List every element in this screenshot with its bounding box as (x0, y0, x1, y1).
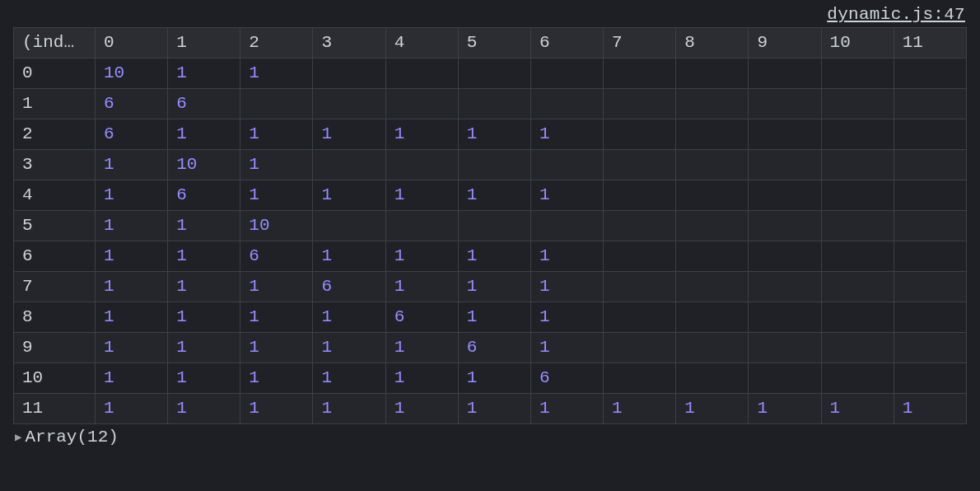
table-cell (604, 119, 676, 150)
object-summary-row[interactable]: ▶ Array(12) (0, 424, 980, 450)
table-cell: 1 (458, 272, 530, 302)
table-cell (385, 150, 458, 180)
table-cell (821, 58, 894, 89)
index-column-header[interactable]: (ind… (14, 28, 96, 58)
table-cell: 1 (240, 302, 313, 333)
table-cell (676, 333, 749, 363)
table-cell (894, 363, 966, 394)
table-cell: 6 (96, 89, 168, 119)
console-table: (ind…01234567891011 01011166261111113110… (13, 27, 967, 424)
table-cell (749, 333, 821, 363)
column-header[interactable]: 8 (676, 28, 749, 58)
row-index-cell: 1 (14, 89, 96, 119)
table-cell (894, 333, 966, 363)
column-header[interactable]: 11 (894, 28, 966, 58)
column-header[interactable]: 4 (385, 28, 458, 58)
table-cell (894, 89, 966, 119)
table-cell (821, 272, 894, 302)
table-row: 71116111 (14, 272, 967, 302)
table-cell (749, 89, 821, 119)
table-cell: 1 (313, 363, 385, 394)
disclosure-triangle-icon: ▶ (15, 432, 21, 443)
table-cell (604, 58, 676, 89)
table-cell (604, 302, 676, 333)
table-cell (749, 150, 821, 180)
table-cell: 1 (385, 119, 458, 150)
column-header[interactable]: 10 (821, 28, 894, 58)
column-header[interactable]: 9 (749, 28, 821, 58)
table-cell: 1 (530, 180, 603, 211)
table-cell: 1 (458, 302, 530, 333)
table-cell (676, 58, 749, 89)
table-cell: 1 (168, 119, 240, 150)
table-cell (749, 302, 821, 333)
table-cell: 1 (240, 119, 313, 150)
column-header[interactable]: 0 (96, 28, 168, 58)
table-row: 11111111111111 (14, 394, 967, 424)
table-header: (ind…01234567891011 (14, 28, 967, 58)
table-cell (894, 302, 966, 333)
table-cell: 1 (458, 363, 530, 394)
row-index-cell: 11 (14, 394, 96, 424)
table-cell (385, 58, 458, 89)
table-cell: 1 (168, 363, 240, 394)
table-cell: 1 (96, 211, 168, 241)
row-index-cell: 6 (14, 241, 96, 272)
table-cell: 1 (240, 272, 313, 302)
table-cell: 1 (240, 333, 313, 363)
column-header[interactable]: 1 (168, 28, 240, 58)
table-cell (240, 89, 313, 119)
table-cell: 1 (385, 333, 458, 363)
column-header[interactable]: 5 (458, 28, 530, 58)
row-index-cell: 4 (14, 180, 96, 211)
table-cell: 1 (96, 180, 168, 211)
table-cell: 1 (168, 211, 240, 241)
table-cell (458, 211, 530, 241)
table-cell (676, 272, 749, 302)
table-cell: 1 (530, 241, 603, 272)
table-cell (676, 363, 749, 394)
table-row: 26111111 (14, 119, 967, 150)
table-body: 0101116626111111311014161111151110611611… (14, 58, 967, 424)
table-cell (749, 211, 821, 241)
table-cell (821, 333, 894, 363)
table-cell (604, 211, 676, 241)
column-header[interactable]: 6 (530, 28, 603, 58)
table-cell (604, 89, 676, 119)
row-index-cell: 10 (14, 363, 96, 394)
table-cell: 1 (458, 394, 530, 424)
table-cell: 1 (313, 333, 385, 363)
table-cell (676, 119, 749, 150)
table-cell: 1 (821, 394, 894, 424)
table-cell: 1 (894, 394, 966, 424)
table-cell: 1 (385, 363, 458, 394)
table-cell (313, 150, 385, 180)
table-cell (385, 211, 458, 241)
source-link[interactable]: dynamic.js:47 (827, 5, 965, 24)
table-cell (821, 150, 894, 180)
table-cell: 6 (458, 333, 530, 363)
table-cell (894, 211, 966, 241)
table-cell: 1 (313, 241, 385, 272)
table-cell: 6 (96, 119, 168, 150)
table-cell (749, 272, 821, 302)
table-cell: 1 (313, 394, 385, 424)
table-cell (749, 119, 821, 150)
table-cell (604, 180, 676, 211)
table-cell (530, 211, 603, 241)
table-cell (749, 58, 821, 89)
table-cell: 1 (240, 363, 313, 394)
table-row: 31101 (14, 150, 967, 180)
row-index-cell: 7 (14, 272, 96, 302)
column-header[interactable]: 7 (604, 28, 676, 58)
row-index-cell: 2 (14, 119, 96, 150)
row-index-cell: 3 (14, 150, 96, 180)
table-cell: 6 (313, 272, 385, 302)
table-cell: 1 (530, 333, 603, 363)
column-header[interactable]: 2 (240, 28, 313, 58)
table-cell: 6 (168, 89, 240, 119)
table-cell: 6 (240, 241, 313, 272)
row-index-cell: 5 (14, 211, 96, 241)
column-header[interactable]: 3 (313, 28, 385, 58)
row-index-cell: 8 (14, 302, 96, 333)
